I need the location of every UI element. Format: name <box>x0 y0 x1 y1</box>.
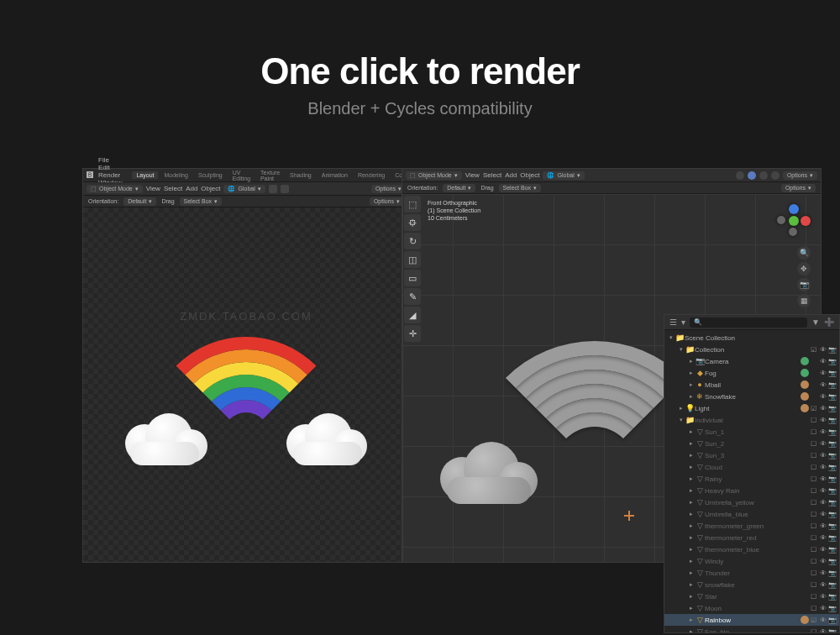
outliner-row-thermometer-red[interactable]: ▸▽thermometer_red☐👁📷 <box>664 532 839 543</box>
disclosure-icon[interactable]: ▸ <box>688 381 695 388</box>
visibility-toggle[interactable]: 👁 <box>818 558 827 565</box>
visibility-toggle[interactable]: 👁 <box>818 475 827 483</box>
menu-object[interactable]: Object <box>520 171 539 179</box>
axis-x-icon[interactable] <box>801 216 811 226</box>
visibility-toggle[interactable]: 👁 <box>818 440 827 448</box>
render-toggle[interactable]: 📷 <box>827 417 837 424</box>
proportional-toggle[interactable] <box>281 185 289 193</box>
tab-sculpting[interactable]: Sculpting <box>194 171 227 179</box>
exclude-toggle[interactable]: ☐ <box>809 499 818 506</box>
orientation-global[interactable]: 🌐Global▾ <box>543 171 584 180</box>
visibility-toggle[interactable]: 👁 <box>818 581 827 589</box>
outliner-tree[interactable]: ▾📁Scene Collection▾📁Collection☑👁📷▸📷Camer… <box>664 330 839 632</box>
navicon-3[interactable]: ▦ <box>797 294 811 307</box>
visibility-toggle[interactable]: 👁 <box>818 370 827 377</box>
menu-select[interactable]: Select <box>164 185 182 192</box>
tab-uv-editing[interactable]: UV Editing <box>228 169 255 182</box>
render-toggle[interactable]: 📷 <box>827 452 837 459</box>
render-toggle[interactable]: 📷 <box>827 346 837 354</box>
tool-2[interactable]: ↻ <box>404 233 421 249</box>
disclosure-icon[interactable]: ▸ <box>688 475 695 482</box>
outliner-row-thunder[interactable]: ▸▽Thunder☐👁📷 <box>664 567 839 579</box>
exclude-toggle[interactable]: ☑ <box>809 346 818 354</box>
visibility-toggle[interactable]: 👁 <box>818 464 827 471</box>
options-dropdown-2[interactable]: Options▾ <box>781 184 816 192</box>
navicon-2[interactable]: 📷 <box>797 278 811 291</box>
render-toggle[interactable]: 📷 <box>827 358 837 365</box>
disclosure-icon[interactable]: ▸ <box>678 405 685 412</box>
outliner-row-camera[interactable]: ▸📷Camera👁📷 <box>664 355 839 367</box>
axis-neg2-icon[interactable] <box>789 228 797 236</box>
disclosure-icon[interactable]: ▸ <box>688 440 695 447</box>
disclosure-icon[interactable]: ▸ <box>688 569 695 576</box>
tab-animation[interactable]: Animation <box>318 171 352 179</box>
outliner-row-thermometer-green[interactable]: ▸▽thermometer_green☐👁📷 <box>664 520 839 532</box>
disclosure-icon[interactable]: ▸ <box>688 593 695 600</box>
navicon-1[interactable]: ✥ <box>797 262 811 276</box>
exclude-toggle[interactable]: ☑ <box>809 617 818 624</box>
render-toggle[interactable]: 📷 <box>827 511 837 518</box>
disclosure-icon[interactable]: ▸ <box>688 628 695 632</box>
new-collection-icon[interactable]: ➕ <box>824 318 834 327</box>
shading-solid-icon[interactable] <box>748 171 756 180</box>
snap-toggle[interactable] <box>269 185 277 193</box>
outliner-row-sun-2[interactable]: ▸▽Sun_2☐👁📷 <box>664 438 839 449</box>
exclude-toggle[interactable]: ☐ <box>809 605 818 612</box>
tab-shading[interactable]: Shading <box>286 171 316 179</box>
outliner-row-star[interactable]: ▸▽Star☐👁📷 <box>664 590 839 602</box>
render-toggle[interactable]: 📷 <box>827 617 837 624</box>
exclude-toggle[interactable]: ☐ <box>809 452 818 459</box>
options-dropdown[interactable]: Options▾ <box>783 171 817 180</box>
exclude-toggle[interactable]: ☑ <box>809 405 818 412</box>
disclosure-icon[interactable]: ▸ <box>688 581 695 588</box>
disclosure-icon[interactable]: ▸ <box>688 499 695 506</box>
tool-6[interactable]: ◢ <box>404 307 421 323</box>
visibility-toggle[interactable]: 👁 <box>818 393 827 401</box>
disclosure-icon[interactable]: ▾ <box>678 417 685 423</box>
visibility-toggle[interactable]: 👁 <box>818 511 827 518</box>
outliner-row-fog-big[interactable]: ▸▽Fog_big☐👁📷 <box>664 626 839 632</box>
tool-5[interactable]: ✎ <box>404 288 421 305</box>
visibility-toggle[interactable]: 👁 <box>818 346 827 354</box>
navicon-0[interactable]: 🔍 <box>797 246 811 260</box>
render-toggle[interactable]: 📷 <box>827 405 837 412</box>
orientation-value[interactable]: Default▾ <box>443 184 475 192</box>
visibility-toggle[interactable]: 👁 <box>818 534 827 542</box>
outliner-row-fog[interactable]: ▸◆Fog👁📷 <box>664 367 839 379</box>
visibility-toggle[interactable]: 👁 <box>818 546 827 554</box>
options-dropdown-2[interactable]: Options▾ <box>370 197 404 206</box>
render-toggle[interactable]: 📷 <box>827 534 837 542</box>
render-toggle[interactable]: 📷 <box>827 464 837 471</box>
exclude-toggle[interactable]: ☐ <box>809 569 818 577</box>
orientation-global[interactable]: 🌐Global▾ <box>223 185 265 193</box>
tab-layout[interactable]: Layout <box>132 171 158 179</box>
render-toggle[interactable]: 📷 <box>827 428 837 436</box>
disclosure-icon[interactable]: ▾ <box>668 334 675 341</box>
render-toggle[interactable]: 📷 <box>827 393 837 401</box>
render-toggle[interactable]: 📷 <box>827 499 837 506</box>
menu-object[interactable]: Object <box>201 185 220 192</box>
visibility-toggle[interactable]: 👁 <box>818 417 827 424</box>
tab-texture-paint[interactable]: Texture Paint <box>256 169 284 182</box>
disclosure-icon[interactable]: ▸ <box>688 428 695 435</box>
outliner-row-sun-3[interactable]: ▸▽Sun_3☐👁📷 <box>664 449 839 461</box>
tool-4[interactable]: ▭ <box>404 270 421 286</box>
visibility-toggle[interactable]: 👁 <box>818 569 827 577</box>
tool-3[interactable]: ◫ <box>404 251 421 268</box>
exclude-toggle[interactable]: ☐ <box>809 558 818 565</box>
tool-0[interactable]: ⬚ <box>404 196 421 213</box>
disclosure-icon[interactable]: ▸ <box>688 464 695 470</box>
disclosure-icon[interactable]: ▸ <box>688 522 695 529</box>
outliner-row-moon[interactable]: ▸▽Moon☐👁📷 <box>664 602 839 614</box>
outliner-row-umbrella-blue[interactable]: ▸▽Umbrella_blue☐👁📷 <box>664 508 839 520</box>
disclosure-icon[interactable]: ▸ <box>688 605 695 611</box>
filter-icon[interactable]: ▼ <box>811 318 820 327</box>
menu-edit[interactable]: Edit <box>98 164 110 171</box>
tool-7[interactable]: ✛ <box>404 325 421 342</box>
render-toggle[interactable]: 📷 <box>827 558 837 565</box>
disclosure-icon[interactable]: ▸ <box>688 370 695 376</box>
visibility-toggle[interactable]: 👁 <box>818 628 827 633</box>
render-toggle[interactable]: 📷 <box>827 605 837 612</box>
outliner-editor-icon[interactable]: ☰ <box>669 318 677 327</box>
axis-neg-icon[interactable] <box>777 216 785 224</box>
